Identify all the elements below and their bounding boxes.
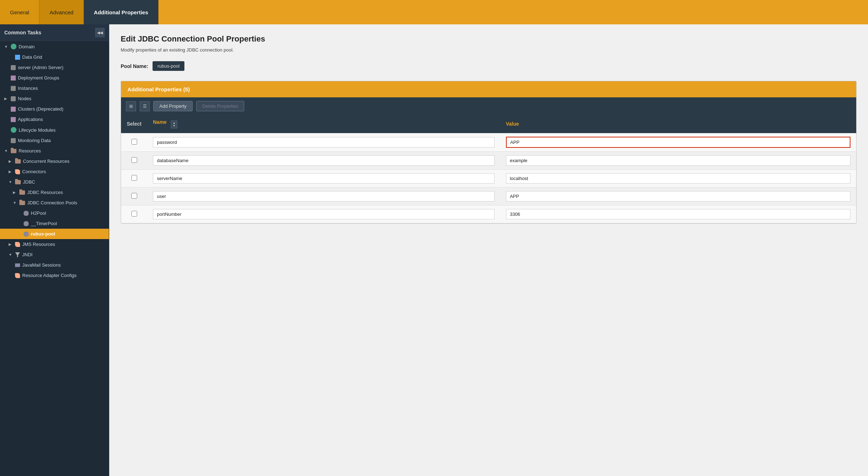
property-value-input[interactable] xyxy=(506,173,850,184)
gear-icon xyxy=(11,117,16,122)
pool-name-row: Pool Name: rubus-pool xyxy=(121,61,857,71)
additional-properties-header: Additional Properties (5) xyxy=(121,81,856,97)
delete-properties-button[interactable]: Delete Properties xyxy=(196,101,244,111)
property-value-input[interactable] xyxy=(506,155,850,166)
sidebar-item-concurrent-resources[interactable]: ▶ Concurrent Resources xyxy=(0,156,109,166)
property-value-input[interactable] xyxy=(506,209,850,219)
folder-icon xyxy=(19,201,25,205)
sidebar-collapse-button[interactable]: ◀◀ xyxy=(95,28,105,37)
sidebar-item-label: Lifecycle Modules xyxy=(19,127,56,133)
sidebar-item-label: __TimerPool xyxy=(31,221,57,226)
property-name-input[interactable] xyxy=(153,137,494,147)
view-toggle-list-button[interactable]: ☰ xyxy=(140,101,150,111)
row-select-checkbox[interactable] xyxy=(131,139,137,145)
tab-additional-properties[interactable]: Additional Properties xyxy=(84,0,159,24)
expand-icon: ▶ xyxy=(13,190,17,194)
cylinder-icon xyxy=(24,232,29,237)
globe-icon xyxy=(11,44,16,49)
db-icon xyxy=(11,86,16,91)
puzzle-icon xyxy=(15,242,20,247)
sidebar-item-monitoring-data[interactable]: Monitoring Data xyxy=(0,135,109,146)
sidebar-item-jdbc[interactable]: ▼ JDBC xyxy=(0,177,109,187)
table-row xyxy=(121,205,856,223)
expand-icon: ▼ xyxy=(4,45,9,49)
sidebar-item-deployment-groups[interactable]: Deployment Groups xyxy=(0,73,109,83)
sidebar-item-domain[interactable]: ▼ Domain xyxy=(0,41,109,52)
sidebar-item-resource-adapter-configs[interactable]: Resource Adapter Configs xyxy=(0,270,109,281)
gear-icon xyxy=(11,107,16,112)
sidebar-item-rubus-pool[interactable]: rubus-pool xyxy=(0,229,109,239)
property-value-input[interactable] xyxy=(506,191,850,201)
sidebar-item-label: JNDI xyxy=(22,252,33,257)
sidebar-item-label: Instances xyxy=(18,86,38,91)
sidebar-item-label: Resource Adapter Configs xyxy=(22,273,77,278)
sidebar-item-label: Resources xyxy=(19,148,41,154)
sidebar-item-instances[interactable]: Instances xyxy=(0,83,109,93)
expand-icon: ▶ xyxy=(4,97,9,101)
table-row xyxy=(121,152,856,170)
expand-icon: ▶ xyxy=(9,159,13,163)
sidebar-item-label: H2Pool xyxy=(31,210,46,216)
main-layout: Common Tasks ◀◀ ▼ Domain Data Grid serve… xyxy=(0,24,868,476)
property-name-input[interactable] xyxy=(153,173,494,184)
expand-icon: ▶ xyxy=(9,242,13,246)
property-name-input[interactable] xyxy=(153,209,494,219)
sidebar-item-clusters[interactable]: Clusters (Deprecated) xyxy=(0,104,109,114)
properties-table: Select Name ▲▼ Value xyxy=(121,115,856,223)
sidebar-item-label: server (Admin Server) xyxy=(18,65,63,70)
sidebar-item-javamail-sessions[interactable]: JavaMail Sessions xyxy=(0,260,109,270)
tab-general[interactable]: General xyxy=(0,0,39,24)
property-name-input[interactable] xyxy=(153,191,494,201)
row-select-checkbox[interactable] xyxy=(131,211,137,217)
sidebar-item-label: Deployment Groups xyxy=(18,75,59,81)
sidebar-item-h2pool[interactable]: H2Pool xyxy=(0,208,109,218)
cylinder-icon xyxy=(24,221,29,226)
sidebar-item-resources[interactable]: ▼ Resources xyxy=(0,146,109,156)
sort-arrows-button[interactable]: ▲▼ xyxy=(171,121,177,128)
sidebar-item-label: Data Grid xyxy=(22,54,42,60)
sidebar-item-label: Monitoring Data xyxy=(18,138,51,143)
sidebar-item-server[interactable]: server (Admin Server) xyxy=(0,62,109,73)
row-select-checkbox[interactable] xyxy=(131,157,137,163)
sidebar-item-label: JavaMail Sessions xyxy=(22,262,61,268)
pool-name-value: rubus-pool xyxy=(153,61,184,71)
sidebar-item-connectors[interactable]: ▶ Connectors xyxy=(0,166,109,177)
property-value-input[interactable] xyxy=(506,137,850,148)
tab-bar: General Advanced Additional Properties xyxy=(0,0,868,24)
content-inner: Edit JDBC Connection Pool Properties Mod… xyxy=(109,24,868,476)
sidebar-item-label: Nodes xyxy=(18,96,32,101)
sidebar-item-jdbc-resources[interactable]: ▶ JDBC Resources xyxy=(0,187,109,198)
table-row xyxy=(121,170,856,188)
row-select-checkbox[interactable] xyxy=(131,175,137,181)
gear-icon xyxy=(11,76,16,81)
sidebar-item-data-grid[interactable]: Data Grid xyxy=(0,52,109,62)
view-toggle-grid-button[interactable]: ⊞ xyxy=(126,101,136,111)
sidebar-item-label: Domain xyxy=(19,44,35,49)
folder-icon xyxy=(19,190,25,195)
sidebar-item-label: JDBC Connection Pools xyxy=(27,200,77,205)
additional-properties-section: Additional Properties (5) ⊞ ☰ Add Proper… xyxy=(121,81,857,224)
sidebar-item-applications[interactable]: Applications xyxy=(0,114,109,125)
expand-icon: ▼ xyxy=(9,253,13,257)
sidebar-item-timerpool[interactable]: __TimerPool xyxy=(0,218,109,229)
sidebar-item-jms-resources[interactable]: ▶ JMS Resources xyxy=(0,239,109,249)
sidebar-item-label: rubus-pool xyxy=(31,231,55,237)
sidebar-item-label: Concurrent Resources xyxy=(23,159,69,164)
sidebar-item-jndi[interactable]: ▼ JNDI xyxy=(0,249,109,260)
expand-icon: ▼ xyxy=(9,180,13,184)
page-subtitle: Modify properties of an existing JDBC co… xyxy=(121,47,857,53)
add-property-button[interactable]: Add Property xyxy=(153,101,193,111)
property-name-input[interactable] xyxy=(153,155,494,166)
sidebar-item-label: Connectors xyxy=(22,169,46,174)
puzzle-icon xyxy=(15,169,20,174)
sidebar-header: Common Tasks ◀◀ xyxy=(0,24,109,41)
sidebar-item-label: Clusters (Deprecated) xyxy=(18,106,63,112)
globe-icon xyxy=(11,127,16,133)
table-row xyxy=(121,133,856,152)
row-select-checkbox[interactable] xyxy=(131,193,137,199)
sidebar-item-nodes[interactable]: ▶ Nodes xyxy=(0,93,109,104)
sidebar-item-label: JMS Resources xyxy=(22,242,55,247)
sidebar-item-lifecycle-modules[interactable]: Lifecycle Modules xyxy=(0,125,109,135)
sidebar-item-jdbc-connection-pools[interactable]: ▼ JDBC Connection Pools xyxy=(0,198,109,208)
tab-advanced[interactable]: Advanced xyxy=(39,0,84,24)
